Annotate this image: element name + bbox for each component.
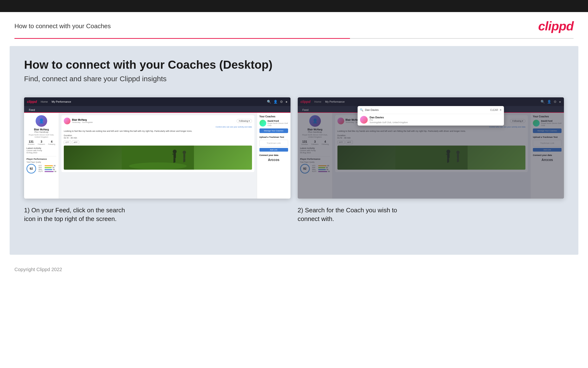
connect-title: Connect your data (259, 154, 288, 156)
svg-rect-16 (448, 158, 449, 162)
search-icon-overlay: 🔍 (360, 108, 363, 111)
svg-rect-4 (172, 154, 174, 155)
ott-fill-2 (318, 165, 327, 166)
post-text: Looking to feel like my hands are exitin… (64, 130, 252, 133)
followers-stat-2: 3 Followers (310, 140, 320, 145)
profile-name: Blair McHarg (26, 128, 56, 131)
search-input-text[interactable]: Dan Davies (365, 109, 489, 111)
search-result-item[interactable]: Dan Davies Pro Sunningdale Golf Club, Un… (357, 114, 504, 126)
latest-activity-date: 03 Aug 2022 (26, 152, 56, 154)
control-link[interactable]: Control who can see your activity and da… (64, 126, 252, 128)
avatar-icon[interactable]: ● (285, 100, 287, 104)
duration-value-2: 01 hr : 30 min (337, 137, 351, 139)
caption-text-1: 1) On your Feed, click on the search ico… (24, 206, 290, 223)
coach-club-2: Royal North Devon Golf Club (541, 122, 562, 127)
putt-fill-2 (318, 171, 327, 172)
stat-followers: 3 Followers (37, 140, 46, 145)
post-golf-image-2 (337, 146, 526, 170)
ott-button[interactable]: OTT (64, 140, 71, 144)
post-header: Blair McHarg Yesterday · Sunningdale Fol… (64, 118, 252, 124)
following-button-2: Following ▾ (510, 119, 526, 123)
activities-label: Activities (26, 143, 36, 145)
trackman-link-input[interactable]: Trackman Link (259, 140, 288, 147)
result-info: Dan Davies Pro Sunningdale Golf Club, Un… (369, 116, 408, 124)
search-icon[interactable]: 🔍 (267, 100, 271, 104)
latest-date-2: 03 Aug 2022 (300, 152, 330, 154)
search-bar: 🔍 Dan Davies CLEAR × (357, 106, 504, 114)
arccos-label: Arccos (259, 158, 288, 162)
manage-coaches-button[interactable]: Manage Your Coaches (259, 129, 288, 133)
post-buttons: OTT APP (64, 140, 252, 144)
post-avatar (64, 118, 70, 124)
perf-bars-2: OTT 90 APP 85 (312, 165, 330, 173)
mock-nav-perf[interactable]: My Performance (52, 100, 71, 103)
clear-button[interactable]: CLEAR (490, 109, 498, 111)
svg-rect-14 (446, 154, 448, 155)
clippd-logo: clippd (538, 19, 574, 33)
latest-title-2: Latest Activity (300, 147, 330, 149)
main-content: How to connect with your Coaches (Deskto… (10, 46, 578, 255)
latest-activity-section: Latest Activity Lesson with Fordy 03 Aug… (26, 147, 56, 154)
ott-btn-2: OTT (337, 140, 345, 144)
profile-name-2: Blair McHarg (300, 128, 330, 131)
user-icon[interactable]: 👤 (273, 100, 278, 104)
mock-nav-1: clippd Home My Performance 🔍 👤 ⚙ ● (24, 97, 290, 106)
coach-avatar-2 (533, 120, 540, 127)
coach-info-2: David Ford Royal North Devon Golf Club (541, 120, 562, 127)
app-button[interactable]: APP (72, 140, 79, 144)
feed-post: Blair McHarg Yesterday · Sunningdale Fol… (61, 115, 255, 172)
upload-title-2: Upload a Trackman Test (533, 136, 562, 138)
profile-club: Royal North Devon Golf Club, United King… (26, 134, 56, 138)
header-divider (14, 38, 574, 39)
mock-nav-perf-2: My Performance (325, 100, 345, 103)
post-time: Yesterday · Sunningdale (72, 121, 93, 123)
activities-stat-2: 131 Activities (300, 140, 309, 145)
latest-activity-label: Latest Activity (26, 147, 56, 149)
feed-tab[interactable]: Feed (27, 108, 37, 113)
page-title: How to connect with your Coaches (14, 22, 111, 30)
footer: Copyright Clippd 2022 (0, 262, 588, 277)
search-icon-2: 🔍 (541, 100, 545, 104)
top-bar (0, 0, 588, 12)
svg-rect-8 (184, 154, 185, 158)
screenshot-panel-1: clippd Home My Performance 🔍 👤 ⚙ ● Feed (24, 97, 290, 223)
following-button[interactable]: Following ▾ (237, 119, 252, 123)
upload-title: Upload a Trackman Test (259, 136, 288, 138)
mock-profile-panel-2: 👤 Blair McHarg Plus Handicap Royal North… (298, 113, 333, 199)
ott-bar-fill (44, 165, 53, 166)
add-link-button[interactable]: Add Link (259, 148, 288, 152)
result-name: Dan Davies (369, 116, 408, 119)
app-bar-fill (44, 167, 52, 168)
arg-bar-fill (44, 169, 52, 170)
search-overlay: 🔍 Dan Davies CLEAR × Dan Davies Pro Sunn… (357, 106, 504, 126)
mock-coaches-panel-2: Your Coaches David Ford Royal North Devo… (530, 113, 564, 199)
mock-feed-panel: Blair McHarg Yesterday · Sunningdale Fol… (59, 113, 257, 199)
result-avatar (360, 116, 368, 124)
arccos-2: Arccos (533, 158, 562, 162)
settings-icon[interactable]: ⚙ (280, 100, 283, 104)
bar-putt: PUTT 96 (38, 171, 56, 172)
profile-handicap: Plus Handicap (26, 131, 56, 133)
latest-name-2: Lesson with Fordy (300, 149, 330, 152)
close-button[interactable]: × (500, 108, 502, 112)
caption-text-2: 2) Search for the Coach you wish to conn… (298, 206, 564, 223)
footer-text: Copyright Clippd 2022 (14, 267, 62, 272)
quality-score-2: 92 (300, 164, 310, 174)
coach-info: David Ford Royal North Devon Golf Club (268, 120, 288, 127)
caption-1: 1) On your Feed, click on the search ico… (24, 199, 290, 223)
coach-item-2: David Ford Royal North Devon Golf Club (533, 120, 562, 127)
following-stat-2: 4 Following (321, 140, 330, 145)
stat-activities: 131 Activities (26, 140, 36, 145)
mock-feed-panel-2: Blair McHarg Yesterday · Sunningdale Fol… (333, 113, 530, 199)
app-fill-2 (318, 167, 325, 168)
putt-bar-fill (44, 171, 54, 172)
mock-screen-1: clippd Home My Performance 🔍 👤 ⚙ ● Feed (24, 97, 290, 199)
header: How to connect with your Coaches clippd (0, 12, 588, 38)
post-text-2: Looking to feel like my hands are exitin… (337, 130, 526, 133)
svg-rect-9 (184, 158, 184, 162)
mock-screen-2: clippd Home My Performance 🔍 👤 ⚙ ● Feed (298, 97, 564, 199)
connect-title-2: Connect your data (533, 154, 562, 156)
profile-stats-2: 131 Activities 3 Followers 4 Following (300, 140, 330, 145)
mock-nav-home[interactable]: Home (41, 100, 48, 103)
mock-logo-2: clippd (301, 100, 310, 104)
